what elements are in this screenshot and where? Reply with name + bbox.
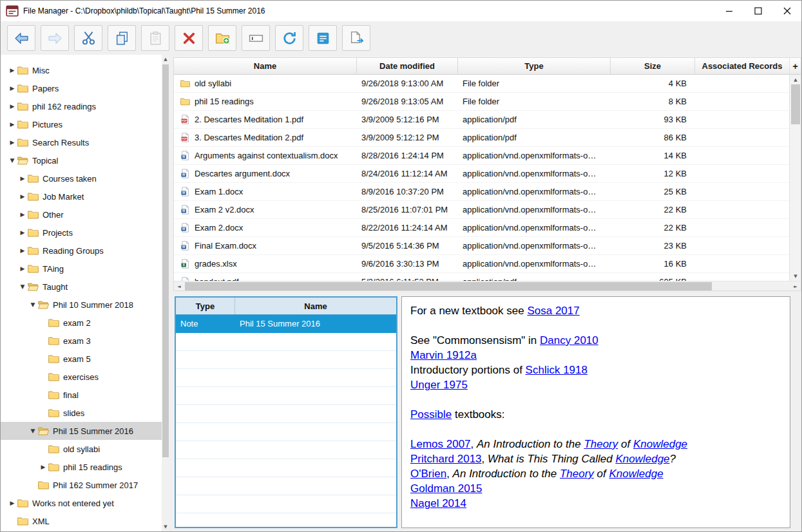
tree-item-misc[interactable]: ▶Misc (1, 61, 162, 79)
file-row-2-descartes-meditation-1-pdf[interactable]: PDF2. Descartes Meditation 1.pdf3/9/2009… (174, 111, 789, 129)
collapse-icon[interactable]: ▼ (28, 301, 38, 308)
tree-item-exam-2[interactable]: exam 2 (1, 314, 162, 332)
column-header-size[interactable]: Size (611, 58, 695, 74)
expand-icon[interactable]: ▶ (17, 247, 28, 254)
tree-item-phil-10-summer-2018[interactable]: ▼Phil 10 Summer 2018 (1, 296, 162, 314)
scroll-down-icon[interactable]: ▼ (790, 272, 801, 281)
tree-item-exercises[interactable]: exercises (1, 368, 162, 386)
maximize-button[interactable] (743, 1, 772, 21)
note-link[interactable]: Lemos 2007 (410, 438, 471, 450)
note-link[interactable]: Schlick 1918 (526, 364, 587, 376)
new-folder-button[interactable] (208, 25, 236, 51)
forward-button[interactable] (41, 25, 69, 51)
column-header-date-modified[interactable]: Date modified (357, 58, 458, 74)
close-button[interactable] (772, 1, 801, 21)
tree-item-topical[interactable]: ▼Topical (1, 151, 162, 169)
column-header-associated-records[interactable]: Associated Records (695, 58, 789, 74)
tree-item-phil-15-readings[interactable]: ▶phil 15 readings (1, 458, 162, 476)
records-column-type[interactable]: Type (176, 298, 235, 314)
note-link[interactable]: Nagel 2014 (410, 497, 466, 509)
collapse-icon[interactable]: ▼ (7, 157, 17, 164)
note-link[interactable]: Possible (410, 408, 452, 421)
delete-button[interactable] (175, 25, 203, 51)
expand-icon[interactable]: ▶ (38, 464, 48, 470)
scroll-up-icon[interactable]: ▲ (162, 55, 169, 64)
note-link[interactable]: Theory (584, 438, 618, 450)
tree-item-exam-3[interactable]: exam 3 (1, 332, 162, 350)
column-header-type[interactable]: Type (458, 58, 611, 74)
cut-button[interactable] (74, 25, 102, 51)
tree-item-other[interactable]: ▶Other (1, 205, 162, 223)
note-link[interactable]: Knowledge (609, 468, 664, 480)
tree-item-slides[interactable]: slides (1, 404, 162, 422)
tree-item-phil-162-summer-2017[interactable]: Phil 162 Summer 2017 (1, 476, 162, 494)
copy-button[interactable] (108, 25, 136, 51)
expand-icon[interactable]: ▶ (7, 139, 17, 146)
note-link[interactable]: O'Brien (410, 468, 446, 480)
tree-item-phil-15-summer-2016[interactable]: ▼Phil 15 Summer 2016 (1, 422, 162, 440)
note-link[interactable]: Theory (560, 468, 594, 480)
expand-icon[interactable]: ▶ (17, 193, 28, 200)
sidebar-scrollbar[interactable]: ▲ ▼ (162, 55, 169, 531)
tree-item-pictures[interactable]: ▶Pictures (1, 115, 162, 133)
collapse-icon[interactable]: ▼ (17, 283, 28, 290)
tree-item-final[interactable]: final (1, 386, 162, 404)
expand-icon[interactable]: ▶ (7, 85, 17, 91)
tree-item-exam-5[interactable]: exam 5 (1, 350, 162, 368)
tree-item-projects[interactable]: ▶Projects (1, 223, 162, 242)
tree-item-taught[interactable]: ▼Taught (1, 278, 162, 296)
refresh-button[interactable] (275, 25, 303, 51)
file-row-exam-1-docx[interactable]: WExam 1.docx8/9/2016 10:37:20 PMapplicat… (174, 183, 789, 201)
expand-icon[interactable]: ▶ (17, 229, 28, 236)
file-row-exam-2-docx[interactable]: WExam 2.docx8/22/2016 11:24:14 AMapplica… (174, 219, 789, 237)
note-link[interactable]: Marvin 1912a (410, 349, 477, 361)
file-row-exam-2-v2-docx[interactable]: WExam 2 v2.docx8/25/2016 11:07:01 PMappl… (174, 201, 789, 219)
back-button[interactable] (7, 25, 35, 51)
file-row-arguments-against-contextualism-docx[interactable]: WArguments against contextualism.docx8/2… (174, 147, 789, 165)
note-link[interactable]: Dancy 2010 (540, 334, 598, 347)
export-button[interactable] (342, 25, 370, 51)
records-column-name[interactable]: Name (235, 298, 396, 314)
scroll-down-icon[interactable]: ▼ (162, 522, 169, 531)
file-row-final-exam-docx[interactable]: WFinal Exam.docx9/5/2016 5:14:36 PMappli… (174, 237, 789, 255)
tree-item-job-market[interactable]: ▶Job Market (1, 187, 162, 205)
expand-icon[interactable]: ▶ (17, 211, 28, 218)
file-row-phil-15-readings[interactable]: phil 15 readings9/26/2018 9:13:05 AMFile… (174, 93, 789, 111)
note-link[interactable]: Goldman 2015 (410, 482, 482, 495)
tree-item-old-syllabi[interactable]: old syllabi (1, 440, 162, 458)
rename-button[interactable] (242, 25, 270, 51)
file-list-hscrollbar[interactable]: ◄ ► (174, 281, 801, 290)
scroll-right-icon[interactable]: ► (790, 281, 801, 291)
save-to-database-button[interactable] (309, 25, 337, 51)
file-row-old-syllabi[interactable]: old syllabi9/26/2018 9:13:00 AMFile fold… (174, 75, 789, 93)
file-row-descartes-argument-docx[interactable]: WDescartes argument.docx8/24/2016 11:12:… (174, 165, 789, 183)
file-list-hscrollbar-thumb[interactable] (185, 282, 712, 290)
expand-icon[interactable]: ▶ (17, 265, 28, 272)
note-link[interactable]: Knowledge (633, 438, 687, 450)
note-link[interactable]: Knowledge (615, 453, 669, 465)
column-header-name[interactable]: Name (174, 58, 357, 74)
collapse-icon[interactable]: ▼ (28, 428, 38, 434)
scroll-up-icon[interactable]: ▲ (790, 75, 801, 84)
file-list-scrollbar-thumb[interactable] (791, 84, 800, 124)
note-link[interactable]: Sosa 2017 (527, 305, 579, 317)
record-row-phil-15-summer-2016[interactable]: NotePhil 15 Summer 2016 (176, 315, 396, 333)
tree-item-xml[interactable]: XML (1, 512, 162, 530)
file-row-handout-pdf[interactable]: PDFhandout.pdf5/3/2016 6:11:53 PMapplica… (174, 273, 789, 281)
tree-item-search-results[interactable]: ▶Search Results (1, 133, 162, 151)
add-column-button[interactable]: + (790, 58, 801, 75)
tree-item-papers[interactable]: ▶Papers (1, 79, 162, 97)
note-link[interactable]: Unger 1975 (410, 379, 468, 391)
tree-item-phil-162-readings[interactable]: ▶phil 162 readings (1, 97, 162, 115)
minimize-button[interactable] (714, 1, 743, 21)
tree-item-taing[interactable]: ▶TAing (1, 260, 162, 278)
expand-icon[interactable]: ▶ (7, 103, 17, 109)
tree-item-reading-groups[interactable]: ▶Reading Groups (1, 242, 162, 260)
tree-item-courses-taken[interactable]: ▶Courses taken (1, 169, 162, 187)
file-list-vscrollbar[interactable]: + ▲ ▼ (789, 58, 801, 281)
file-row-grades-xlsx[interactable]: Xgrades.xlsx9/6/2016 3:30:13 PMapplicati… (174, 255, 789, 273)
expand-icon[interactable]: ▶ (7, 67, 17, 73)
scroll-left-icon[interactable]: ◄ (174, 281, 184, 291)
file-row-3-descartes-meditation-2-pdf[interactable]: PDF3. Descartes Meditation 2.pdf3/9/2009… (174, 129, 789, 147)
note-link[interactable]: Pritchard 2013 (410, 453, 482, 465)
